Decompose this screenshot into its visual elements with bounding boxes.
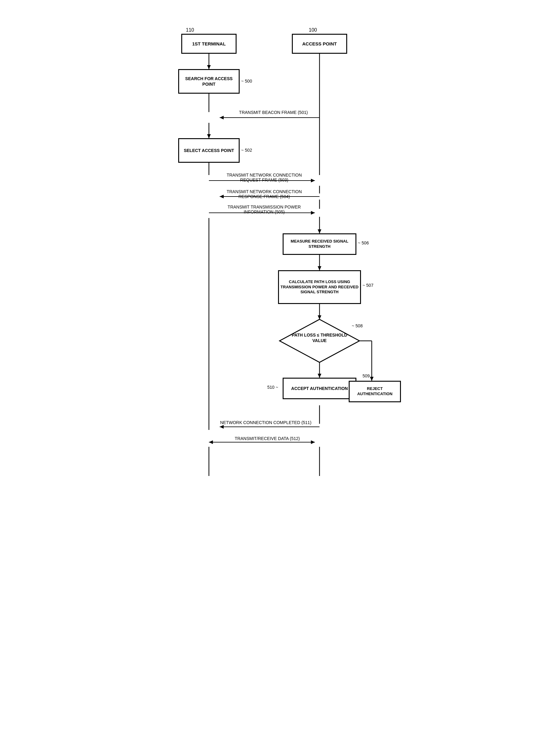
tx-power-label: TRANSMIT TRANSMISSION POWER INFORMATION … xyxy=(218,204,310,214)
diamond-label: PATH LOSS ≤ THRESHOLD VALUE xyxy=(289,332,350,343)
conn-response-label: TRANSMIT NETWORK CONNECTION RESPONSE FRA… xyxy=(218,189,310,199)
calculate-box: CALCULATE PATH LOSS USING TRANSMISSION P… xyxy=(278,270,361,304)
search-box: SEARCH FOR ACCESS POINT xyxy=(178,69,240,94)
conn-request-label: TRANSMIT NETWORK CONNECTION REQUEST FRAM… xyxy=(218,173,310,182)
search-ref-label: ~ 500 xyxy=(241,78,252,84)
select-ref-label: ~ 502 xyxy=(241,148,252,153)
svg-marker-9 xyxy=(311,179,315,182)
svg-marker-18 xyxy=(318,229,321,233)
svg-marker-25 xyxy=(318,374,321,378)
svg-marker-32 xyxy=(220,425,224,429)
svg-marker-28 xyxy=(370,377,374,381)
accept-box: ACCEPT AUTHENTICATION xyxy=(283,378,357,399)
svg-marker-6 xyxy=(207,134,211,138)
access-point-box: ACCESS POINT xyxy=(292,34,347,54)
diamond-ref-label: ~ 508 xyxy=(352,323,363,328)
select-box: SELECT ACCESS POINT xyxy=(178,138,240,163)
beacon-label: TRANSMIT BEACON FRAME (501) xyxy=(227,110,319,115)
accept-ref-label: 510 ~ xyxy=(267,384,278,390)
net-completed-label: NETWORK CONNECTION COMPLETED (511) xyxy=(215,420,316,425)
svg-marker-22 xyxy=(318,315,321,319)
svg-marker-20 xyxy=(318,266,321,270)
calculate-ref-label: ~ 507 xyxy=(363,283,373,288)
terminal-box: 1ST TERMINAL xyxy=(181,34,237,54)
transmit-data-label: TRANSMIT/RECEIVE DATA (512) xyxy=(221,436,313,441)
svg-marker-1 xyxy=(207,65,211,69)
svg-marker-4 xyxy=(220,116,224,119)
flowchart-container: 110 100 1ST TERMINAL ACCESS POINT SEARCH… xyxy=(138,0,415,756)
terminal-ref-label: 110 xyxy=(186,27,194,33)
reject-ref-label: 509 xyxy=(363,373,370,379)
svg-marker-35 xyxy=(209,440,213,444)
reject-box: REJECT AUTHENTICATION xyxy=(349,381,401,402)
measure-ref-label: ~ 506 xyxy=(358,240,369,246)
measure-box: MEASURE RECEIVED SIGNAL STRENGTH xyxy=(283,233,357,255)
access-point-ref-label: 100 xyxy=(309,27,317,33)
svg-marker-13 xyxy=(311,211,315,215)
